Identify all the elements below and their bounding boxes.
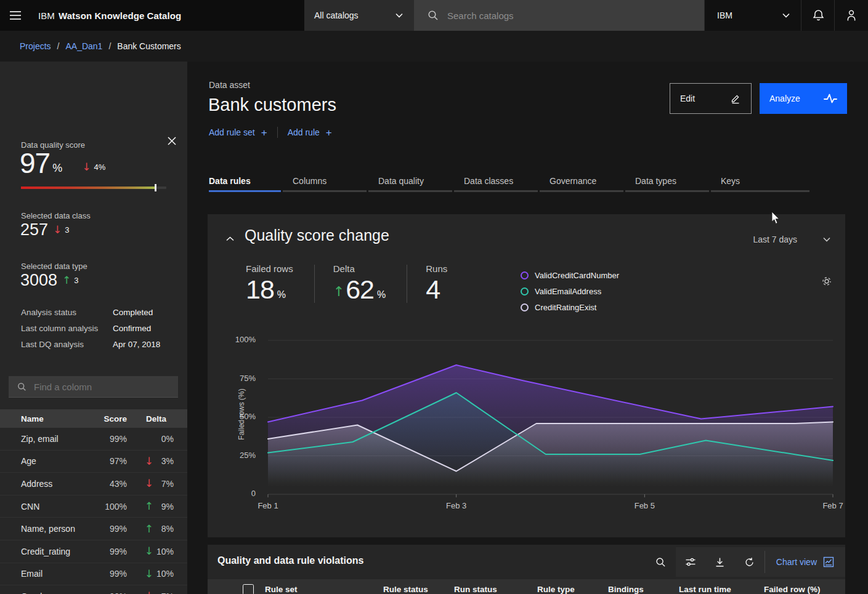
arrow-down-icon: ↓	[145, 478, 153, 489]
violations-column-bindings[interactable]: Bindings	[608, 585, 644, 594]
filter-settings-button[interactable]	[676, 547, 705, 577]
meta-row: Last DQ analysisApr 07, 2018	[21, 340, 169, 349]
column-name: Zip, email	[0, 434, 86, 444]
legend-item-creditratingexist[interactable]: CreditRatingExist	[521, 303, 619, 312]
edit-button[interactable]: Edit	[670, 83, 752, 114]
tab-data-quality[interactable]: Data quality	[368, 172, 452, 192]
stat-value: 62	[346, 276, 374, 303]
column-delta-value: 3%	[156, 456, 174, 466]
add-rule-set-link[interactable]: Add rule set +	[209, 127, 267, 138]
arrow-up-icon: ↑	[145, 501, 153, 512]
divider	[277, 127, 278, 138]
column-row-gender[interactable]: Gender90%↓7%	[0, 585, 187, 594]
quality-score-gauge	[21, 187, 166, 189]
find-column-input[interactable]: Find a colomn	[9, 376, 178, 398]
notifications-button[interactable]	[801, 0, 835, 31]
quality-score-unit: %	[52, 162, 62, 177]
catalog-search-input[interactable]: Search catalogs	[414, 0, 704, 31]
column-row-cnn[interactable]: CNN100%↑9%	[0, 496, 187, 518]
column-row-address[interactable]: Address43%↓7%	[0, 473, 187, 496]
column-delta-value: 10%	[156, 569, 174, 579]
meta-label: Last DQ analysis	[21, 340, 113, 349]
close-sidebar-button[interactable]	[164, 133, 180, 149]
tab-data-types[interactable]: Data types	[625, 172, 709, 192]
column-row-name-person[interactable]: Name, person99%↑8%	[0, 518, 187, 540]
line-chart[interactable]	[262, 334, 838, 502]
violations-column-failed-row[interactable]: Failed row (%)	[764, 585, 821, 594]
meta-value: Completed	[113, 308, 153, 317]
add-rule-link[interactable]: Add rule +	[288, 127, 332, 138]
column-delta-value: 7%	[156, 479, 174, 489]
column-row-age[interactable]: Age97%↓3%	[0, 451, 187, 473]
column-delta: 0%	[127, 434, 174, 444]
search-icon	[17, 382, 26, 391]
tab-governance[interactable]: Governance	[540, 172, 623, 192]
chevron-down-icon	[395, 13, 403, 18]
analyze-button[interactable]: Analyze	[760, 83, 847, 114]
select-all-checkbox[interactable]	[243, 584, 254, 594]
column-score: 100%	[86, 502, 127, 512]
tab-label: Keys	[721, 176, 740, 186]
quality-score-delta: ↓ 4%	[82, 162, 105, 177]
column-row-credit-rating[interactable]: Credit_rating99%↓10%	[0, 540, 187, 563]
chart-view-toggle[interactable]: Chart view	[765, 547, 845, 577]
reset-button[interactable]	[735, 547, 765, 577]
top-nav: IBM Watson Knowledge Catalog All catalog…	[0, 0, 868, 31]
violations-column-rule-set[interactable]: Rule set	[265, 585, 298, 594]
line-chart-svg	[262, 334, 838, 502]
violations-column-rule-type[interactable]: Rule type	[537, 585, 575, 594]
column-header-delta[interactable]: Delta	[127, 414, 166, 423]
stat-label: Runs	[426, 263, 447, 274]
tab-columns[interactable]: Columns	[283, 172, 367, 192]
violations-column-last-run-time[interactable]: Last run time	[679, 585, 731, 594]
brand-prefix: IBM	[38, 10, 55, 21]
column-header-name[interactable]: Name	[0, 414, 86, 423]
data-type-value: 3008 ↑ 3	[20, 271, 79, 290]
column-table-header: Name Score Delta	[0, 409, 187, 428]
legend-item-validemailaddress[interactable]: ValidEmailAddress	[521, 287, 619, 296]
catalog-selector-label: All catalogs	[314, 10, 359, 20]
tab-data-rules[interactable]: Data rules	[209, 172, 281, 192]
gauge-gradient	[21, 187, 156, 189]
breadcrumb-project-name[interactable]: AA_Dan1	[65, 41, 102, 51]
violations-column-run-status[interactable]: Run status	[454, 585, 497, 594]
data-quality-sidebar: Data quality score 97 % ↓ 4% Selected da…	[0, 62, 187, 594]
meta-row: Analysis statusCompleted	[21, 308, 169, 317]
account-selector[interactable]: IBM	[704, 0, 801, 31]
download-button[interactable]	[705, 547, 735, 577]
tab-label: Data types	[635, 176, 676, 186]
hamburger-menu-button[interactable]	[0, 0, 31, 31]
tab-data-classes[interactable]: Data classes	[454, 172, 538, 192]
tab-label: Data rules	[209, 176, 251, 186]
column-header-score[interactable]: Score	[86, 414, 127, 423]
arrow-up-icon: ↑	[145, 524, 153, 534]
user-profile-button[interactable]	[834, 0, 868, 31]
chart-settings-button[interactable]	[819, 273, 835, 289]
chart-legend: ValidCreditCardNumberValidEmailAddressCr…	[521, 271, 619, 312]
legend-item-validcreditcardnumber[interactable]: ValidCreditCardNumber	[521, 271, 619, 280]
column-name: CNN	[0, 502, 86, 512]
y-tick-label: 0	[251, 489, 256, 498]
arrow-down-icon: ↓	[53, 225, 62, 235]
app-title: IBM Watson Knowledge Catalog	[38, 0, 181, 31]
hamburger-icon	[9, 10, 22, 20]
y-tick-label: 50%	[240, 412, 256, 421]
time-range-selector[interactable]: Last 7 days	[753, 235, 830, 244]
column-delta: ↓3%	[127, 456, 174, 467]
arrow-down-icon: ↓	[145, 456, 153, 467]
analysis-meta-list: Analysis statusCompletedLast column anal…	[21, 308, 169, 349]
column-row-zip-email[interactable]: Zip, email99%0%	[0, 428, 187, 451]
column-name: Email	[0, 569, 86, 579]
table-search-button[interactable]	[646, 547, 676, 577]
breadcrumb-projects[interactable]: Projects	[20, 41, 51, 51]
column-table-body: Zip, email99%0%Age97%↓3%Address43%↓7%CNN…	[0, 428, 187, 594]
tab-keys[interactable]: Keys	[711, 172, 809, 192]
gear-icon	[821, 276, 832, 287]
column-row-email[interactable]: Email99%↓10%	[0, 563, 187, 586]
catalog-selector[interactable]: All catalogs	[304, 0, 414, 31]
column-score: 97%	[86, 456, 127, 466]
violations-column-rule-status[interactable]: Rule status	[383, 585, 428, 594]
stat-failed-rows: Failed rows18%	[246, 263, 314, 303]
arrow-down-icon: ↓	[82, 162, 91, 172]
legend-dot-icon	[521, 287, 529, 295]
